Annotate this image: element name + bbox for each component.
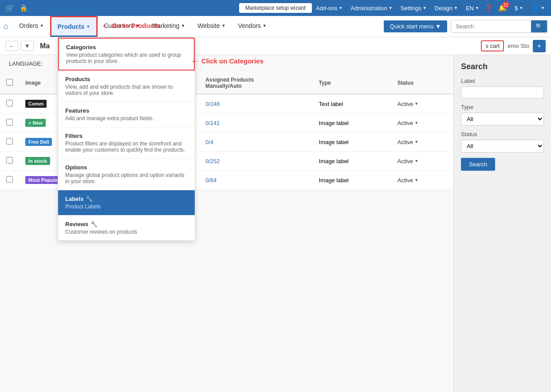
status-arrow: ▼ — [414, 159, 418, 163]
row-status[interactable]: Active ▼ — [398, 120, 447, 126]
user-icon: 👤 — [531, 4, 539, 12]
row-assigned-link[interactable]: 0/141 — [205, 120, 220, 126]
notification-badge[interactable]: 🔔 32 — [498, 4, 507, 12]
vendors-menu[interactable]: Vendors ▼ — [232, 16, 272, 37]
marketing-arrow: ▼ — [181, 24, 185, 28]
row-checkbox-0[interactable] — [6, 100, 13, 106]
back-btn[interactable]: ← — [5, 41, 18, 51]
col-status: Status — [391, 72, 453, 94]
lang-menu[interactable]: EN ▼ — [463, 5, 482, 12]
row-label-badge: In stock — [25, 157, 50, 165]
user-arrow: ▼ — [541, 6, 545, 10]
add-btn[interactable]: + — [533, 40, 546, 52]
dropdown-item-title: Categories — [66, 44, 187, 51]
col-type: Type — [313, 72, 391, 94]
dropdown-item-labels[interactable]: Labels 🔧 Product Labels — [58, 190, 195, 216]
lang-label: EN — [466, 5, 474, 12]
dropdown-item-products[interactable]: Products View, add and edit products tha… — [58, 71, 195, 102]
row-status-cell: Active ▼ — [391, 133, 453, 152]
dropdown-btn[interactable]: ▼ — [21, 41, 34, 51]
dropdown-item-features[interactable]: Features Add and manage extra product fi… — [58, 102, 195, 127]
type-field-label: Type — [461, 104, 544, 110]
search-input[interactable] — [451, 20, 531, 32]
row-assigned-link[interactable]: 0/252 — [205, 158, 220, 165]
quick-start-label: Quick start menu — [390, 23, 433, 30]
search-submit-btn[interactable]: 🔍 — [531, 20, 547, 32]
row-assigned-link[interactable]: 0/246 — [205, 101, 220, 107]
settings-menu[interactable]: Settings ▼ — [398, 5, 429, 12]
page-title: Ma — [40, 42, 50, 50]
row-checkbox-1[interactable] — [6, 119, 13, 125]
dropdown-item-desc: Customer reviews on products — [65, 229, 188, 235]
row-checkbox-3[interactable] — [6, 157, 13, 164]
dropdown-item-reviews[interactable]: Reviews 🔧 Customer reviews on products — [58, 216, 195, 240]
dollar-menu[interactable]: $ ▼ — [512, 5, 526, 12]
item-icon: 🔧 — [86, 196, 93, 202]
products-menu[interactable]: Products ▼ — [50, 16, 98, 37]
item-icon: 🔧 — [91, 221, 98, 227]
orders-label: Orders — [19, 22, 38, 29]
top-bar: 🛒 🔒 Marketplace setup wizard Add-ons ▼ A… — [0, 0, 551, 16]
row-checkbox-2[interactable] — [6, 138, 13, 145]
second-bar-right: Quick start menu ▼ 🔍 — [384, 20, 547, 33]
lock-icon[interactable]: 🔒 — [20, 4, 28, 12]
row-status[interactable]: Active ▼ — [398, 139, 447, 145]
search-panel-btn[interactable]: Search — [461, 158, 495, 171]
website-menu[interactable]: Website ▼ — [191, 16, 232, 37]
status-arrow: ▼ — [414, 178, 418, 182]
marketplace-setup-btn[interactable]: Marketplace setup wizard — [239, 3, 312, 13]
administration-arrow: ▼ — [389, 6, 393, 10]
row-label-badge: + New — [25, 119, 46, 127]
dollar-label: $ — [515, 5, 518, 12]
customers-arrow: ▼ — [136, 24, 140, 28]
dropdown-item-options[interactable]: Options Manage global product options an… — [58, 159, 195, 190]
type-select[interactable]: All — [461, 113, 544, 125]
vendors-label: Vendors — [238, 22, 260, 29]
top-bar-center: Marketplace setup wizard — [239, 3, 312, 13]
dropdown-item-title: Features — [65, 107, 188, 114]
quick-start-btn[interactable]: Quick start menu ▼ — [384, 20, 447, 32]
addons-arrow: ▼ — [338, 6, 342, 10]
dropdown-item-desc: View, add and edit products that are sho… — [65, 84, 188, 96]
dropdown-item-filters[interactable]: Filters Product filters are displayed on… — [58, 127, 195, 159]
status-arrow: ▼ — [414, 102, 418, 106]
row-type-cell: Text label — [313, 94, 391, 114]
top-bar-right: Add-ons ▼ Administration ▼ Settings ▼ De… — [310, 4, 551, 12]
row-status[interactable]: Active ▼ — [398, 101, 447, 107]
row-status[interactable]: Active ▼ — [398, 158, 447, 165]
breadcrumb-nav: ← ▼ Ma — [5, 41, 50, 51]
row-assigned-cell: 0/246 — [199, 94, 313, 114]
status-select[interactable]: All — [461, 140, 544, 153]
row-assigned-link[interactable]: 0/4 — [205, 139, 213, 145]
marketing-menu[interactable]: Marketing ▼ — [146, 16, 191, 37]
settings-label: Settings — [401, 5, 421, 12]
quick-start-arrow: ▼ — [435, 23, 441, 30]
dropdown-item-title: Labels 🔧 — [65, 196, 188, 202]
customers-menu[interactable]: Customers ▼ — [98, 16, 146, 37]
row-status-cell: Active ▼ — [391, 152, 453, 171]
row-checkbox-cell — [0, 94, 19, 114]
design-menu[interactable]: Design ▼ — [432, 5, 460, 12]
row-label-badge: Free Deli — [25, 138, 52, 146]
notification-count: 32 — [502, 1, 509, 8]
row-status[interactable]: Active ▼ — [398, 177, 447, 184]
addons-label: Add-ons — [316, 5, 337, 12]
dropdown-item-title: Filters — [65, 133, 188, 139]
home-icon[interactable]: ⌂ — [4, 22, 8, 31]
administration-menu[interactable]: Administration ▼ — [348, 5, 395, 12]
right-sidebar: Search Label Type All Status All Search — [453, 55, 551, 392]
row-assigned-link[interactable]: 0/84 — [205, 177, 216, 184]
cart-icon[interactable]: 🛒 — [5, 4, 14, 12]
orders-arrow: ▼ — [40, 24, 44, 28]
dropdown-item-categories[interactable]: Categories View product categories which… — [58, 38, 195, 71]
user-menu[interactable]: 👤 ▼ — [528, 4, 547, 12]
label-field-label: Label — [461, 78, 544, 84]
dropdown-item-title: Products — [65, 76, 188, 82]
select-all-checkbox[interactable] — [6, 79, 13, 86]
addons-menu[interactable]: Add-ons ▼ — [313, 5, 345, 12]
top-bar-icons: 🛒 🔒 — [0, 4, 33, 12]
label-search-input[interactable] — [461, 86, 544, 98]
help-icon[interactable]: ❓ — [484, 4, 493, 12]
orders-menu[interactable]: Orders ▼ — [13, 16, 50, 37]
row-checkbox-4[interactable] — [6, 176, 13, 183]
